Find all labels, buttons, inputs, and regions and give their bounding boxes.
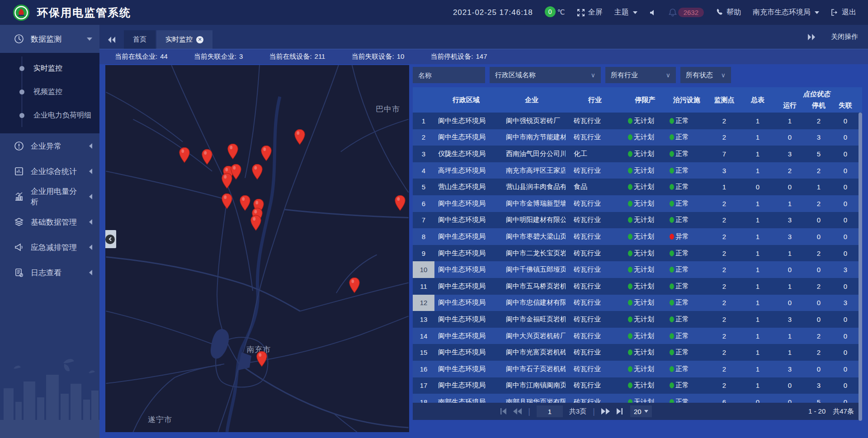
first-page-button[interactable] [499,408,507,414]
table-row[interactable]: 4 高坪生态环境局 南充市高坪区王家店建 砖瓦行业 无计划 正常 3 1 2 2… [413,162,862,179]
table-row[interactable]: 8 阆中生态环境局 阆中市枣碧大梁山页岩 砖瓦行业 无计划 异常 2 1 3 0… [413,228,862,245]
cell-total-meters: 1 [741,117,774,125]
status-dot2 [670,283,674,289]
facility-label: 正常 [675,199,689,208]
location-pin-icon [256,351,268,367]
sidebar-item-base-data-management[interactable]: 基础数据管理 [0,209,99,235]
table-row[interactable]: 5 营山生态环境局 营山县润丰肉食品有限 食品 无计划 正常 1 0 0 1 0 [413,179,862,195]
map-pin[interactable] [179,147,190,163]
map-pin[interactable] [256,351,268,367]
status-dot2 [670,399,674,403]
org-menu-button[interactable]: 南充市生态环境局 [753,8,819,17]
table-row[interactable]: 18 南部生态环境局 南部县瑞华页岩有限公 砖瓦行业 无计划 正常 6 0 0 … [413,394,862,403]
cell-offline: 0 [832,398,859,403]
cell-offline: 3 [832,266,859,273]
table-row[interactable]: 12 阆中生态环境局 阆中市忠信建材有限公 砖瓦行业 无计划 正常 2 1 0 … [413,295,862,311]
cell-pollution-facility: 正常 [666,265,708,274]
cell-pollution-facility: 正常 [666,183,708,191]
fullscreen-button[interactable]: 全屏 [577,8,603,17]
col-header-monitor-points: 监测点 [708,87,741,113]
map-pin[interactable] [239,195,251,211]
map-pin[interactable] [294,129,306,145]
sidebar-item-emergency-reduction[interactable]: 应急减排管理 [0,235,99,260]
logout-label: 退出 [842,8,856,17]
help-button[interactable]: 帮助 [716,8,741,17]
close-operations-button[interactable]: 关闭操作 [831,33,858,41]
speaker-mute-icon[interactable] [649,9,656,16]
cell-industry: 砖瓦行业 [566,315,624,324]
status-dot [628,151,632,157]
table-row[interactable]: 7 阆中生态环境局 阆中明阳建材有限公司 砖瓦行业 无计划 正常 2 1 3 0… [413,212,862,229]
table-row[interactable]: 17 阆中生态环境局 阆中市江南镇阆南页岩 砖瓦行业 无计划 正常 2 1 0 … [413,377,862,394]
table-row[interactable]: 13 阆中生态环境局 阆中市金福旺页岩机砖 砖瓦行业 无计划 正常 2 1 3 … [413,311,862,328]
brand: 环保用电监管系统 [13,4,131,21]
cell-total-meters: 1 [741,381,774,389]
tab-home[interactable]: 首页 [124,30,156,49]
table-row[interactable]: 16 阆中生态环境局 阆中市石子页岩机砖厂 砖瓦行业 无计划 正常 2 1 3 … [413,361,862,377]
cell-industry: 砖瓦行业 [566,232,624,241]
table-scrollbar[interactable] [859,113,862,421]
status-dot [628,399,632,403]
notifications-button[interactable]: 2632 [668,8,704,17]
last-page-button[interactable] [616,408,624,414]
status-filter-select[interactable]: 所有状态 ∨ [680,67,731,83]
map-pin[interactable] [349,278,360,294]
sidebar-item-video-monitoring[interactable]: 视频监控 [0,80,99,104]
name-filter-input[interactable] [413,67,485,83]
map-pin[interactable] [394,195,406,211]
map-city-label: 遂宁市 [148,414,172,424]
double-chevron-right-icon[interactable] [807,34,816,40]
cell-pollution-facility: 正常 [666,249,708,258]
status-dot2 [670,151,674,157]
tab-close-icon[interactable]: ✕ [196,36,203,43]
sidebar-item-realtime-monitoring[interactable]: 实时监控 [0,57,99,80]
page-size-select[interactable]: 20 [630,405,652,417]
temperature: 0 ℃ [545,8,565,17]
page-number-input[interactable]: 1 [537,405,563,417]
map-pin[interactable] [201,149,213,165]
sidebar-item-enterprise-anomaly[interactable]: 企业异常 [0,133,99,159]
prev-page-button[interactable] [513,408,522,414]
industry-filter-select[interactable]: 所有行业 ∨ [605,67,676,83]
table-row[interactable]: 15 阆中生态环境局 阆中市光富页岩机砖厂 砖瓦行业 无计划 正常 2 1 1 … [413,344,862,361]
tabs-scroll-left-button[interactable] [99,30,124,49]
map-pin[interactable] [250,215,262,231]
table-row[interactable]: 3 仪陇生态环境局 西南油气田分公司川中 化工 无计划 正常 7 1 3 5 0 [413,146,862,162]
table-row[interactable]: 11 阆中生态环境局 阆中市五马桥页岩机砖 砖瓦行业 无计划 正常 2 1 1 … [413,278,862,295]
map-pin[interactable] [251,164,263,180]
cell-stopped: 1 [805,183,832,191]
table-row[interactable]: 6 阆中生态环境局 阆中市金博瑞新型墙材 砖瓦行业 无计划 正常 2 1 1 2… [413,195,862,212]
table-row[interactable]: 10 阆中生态环境局 阆中千佛镇五郎垭页岩 砖瓦行业 无计划 正常 2 1 0 … [413,261,862,278]
row-index: 18 [413,398,434,403]
map-panel[interactable]: 巴中市南充市遂宁市 [105,65,409,432]
table-row[interactable]: 2 阆中生态环境局 阆中市南方节能建材有 砖瓦行业 无计划 正常 2 1 0 3… [413,129,862,146]
map-pin[interactable] [221,173,233,189]
logout-button[interactable]: 退出 [831,8,856,17]
layers-icon [14,217,24,227]
location-pin-icon [251,164,263,180]
sidebar-item-power-load-detail[interactable]: 企业电力负荷明细 [0,104,99,127]
map-pin[interactable] [221,193,233,209]
cell-stopped: 5 [805,398,832,403]
plan-label: 无计划 [634,381,654,390]
status-dot2 [670,184,674,190]
cell-industry: 砖瓦行业 [566,348,624,357]
region-filter-select[interactable]: 行政区域名称 ∨ [490,67,601,83]
map-collapse-button[interactable] [105,230,116,248]
notification-count-badge: 2632 [678,8,704,17]
sidebar-item-power-usage-analysis[interactable]: 企业用电量分析 [0,184,99,209]
map-pin[interactable] [260,145,272,161]
sidebar-item-enterprise-statistics[interactable]: 企业综合统计 [0,159,99,184]
next-page-button[interactable] [601,408,610,414]
enterprise-table: 行政区域 企业 行业 停限产 治污设施 监测点 总表 点位状态 运行 停机 失联 [413,87,862,438]
theme-menu-button[interactable]: 主题 [614,8,637,17]
table-row[interactable]: 1 阆中生态环境局 阆中强锐页岩砖厂 砖瓦行业 无计划 正常 2 1 1 2 0 [413,113,862,129]
sidebar-item-data-monitoring[interactable]: 数据监测 [0,25,99,53]
map-pin[interactable] [227,143,239,160]
tab-realtime-monitoring[interactable]: 实时监控 ✕ [156,30,212,49]
table-row[interactable]: 14 阆中生态环境局 阆中大兴页岩机砖厂 砖瓦行业 无计划 正常 2 1 1 2… [413,328,862,344]
table-row[interactable]: 9 阆中生态环境局 阆中市二龙长宝页岩砖 砖瓦行业 无计划 正常 2 1 1 2… [413,245,862,262]
sidebar-item-log-view[interactable]: 日志查看 [0,260,99,285]
status-dot [628,134,632,140]
skyline-watermark [0,357,99,438]
